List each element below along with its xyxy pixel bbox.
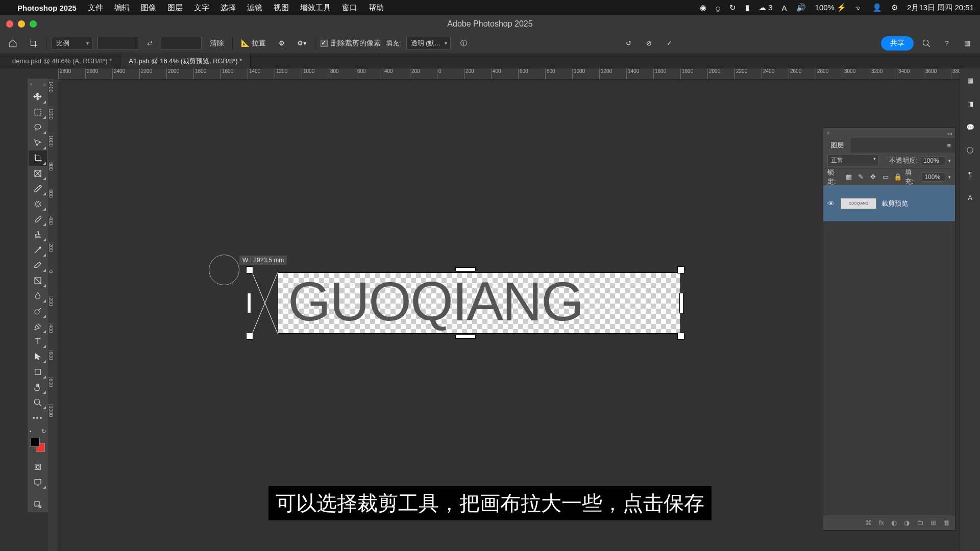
status-sync-icon[interactable]: ↻ xyxy=(729,3,736,12)
status-input-icon[interactable]: A xyxy=(782,4,787,12)
lock-transparency-icon[interactable]: ▦ xyxy=(845,173,853,181)
move-tool[interactable] xyxy=(29,89,47,105)
status-battery[interactable]: 100% ⚡ xyxy=(815,3,847,12)
layer-list[interactable]: 👁 GUOQIANG 裁剪预览 xyxy=(823,185,955,515)
crop-handle-br[interactable] xyxy=(677,333,684,340)
reset-crop-button[interactable]: ↺ xyxy=(621,36,636,51)
menu-file[interactable]: 文件 xyxy=(88,3,103,13)
link-layers-icon[interactable]: ⌘ xyxy=(865,519,872,527)
crop-tool[interactable] xyxy=(29,151,47,166)
panel-menu-icon[interactable]: ≡ xyxy=(943,142,955,149)
stamp-tool[interactable] xyxy=(29,227,47,242)
straighten-button[interactable]: 📐 拉直 xyxy=(238,39,269,48)
opacity-input[interactable]: 100% xyxy=(921,156,945,165)
marquee-tool[interactable] xyxy=(29,105,47,120)
crop-handle-tl[interactable] xyxy=(246,266,253,273)
crop-handle-tr[interactable] xyxy=(677,266,684,273)
panel-collapse-icon[interactable]: ◂◂ xyxy=(947,131,952,136)
eraser-tool[interactable] xyxy=(29,258,47,273)
layer-item[interactable]: 👁 GUOQIANG 裁剪预览 xyxy=(823,185,955,222)
commit-crop-button[interactable]: ✓ xyxy=(662,36,677,51)
fill-select[interactable]: 透明 (默... xyxy=(406,37,451,50)
toolbox-close-icon[interactable]: × xyxy=(30,82,33,87)
horizontal-ruler[interactable]: 2800260024002200200018001600140012001000… xyxy=(58,68,960,80)
fill-dropdown-icon[interactable]: ▾ xyxy=(948,174,951,180)
edit-toolbar-button[interactable]: ••• xyxy=(29,410,47,425)
menu-image[interactable]: 图像 xyxy=(141,3,156,13)
crop-width-input[interactable] xyxy=(97,37,138,50)
lasso-tool[interactable] xyxy=(29,120,47,135)
crop-boundary[interactable]: W : 2923.5 mm xyxy=(250,270,681,336)
menu-layer[interactable]: 图层 xyxy=(167,3,183,13)
dodge-tool[interactable] xyxy=(29,304,47,319)
lock-artboard-icon[interactable]: ▭ xyxy=(881,173,890,181)
delete-layer-icon[interactable]: 🗑 xyxy=(943,519,950,527)
crop-height-input[interactable] xyxy=(161,37,202,50)
menu-view[interactable]: 视图 xyxy=(274,3,289,13)
screen-mode-button[interactable] xyxy=(29,474,47,490)
status-volume-icon[interactable]: 🔊 xyxy=(796,3,806,12)
quick-mask-button[interactable] xyxy=(29,459,47,474)
path-select-tool[interactable] xyxy=(29,349,47,364)
status-location-icon[interactable]: ⍜ xyxy=(716,4,720,12)
paragraph-panel-icon[interactable]: ¶ xyxy=(965,168,976,180)
fill-input[interactable]: 100% xyxy=(922,172,945,182)
export-button[interactable] xyxy=(29,497,47,512)
layer-mask-icon[interactable]: ◐ xyxy=(891,519,897,527)
frame-tool[interactable] xyxy=(29,166,47,181)
zoom-tool[interactable] xyxy=(29,395,47,410)
status-record-icon[interactable]: ◉ xyxy=(700,3,706,12)
foreground-color[interactable] xyxy=(31,438,40,447)
crop-handle-bl[interactable] xyxy=(246,333,253,340)
share-button[interactable]: 共享 xyxy=(881,36,914,51)
lock-pixels-icon[interactable]: ✎ xyxy=(857,173,865,181)
menu-window[interactable]: 窗口 xyxy=(342,3,357,13)
shape-tool[interactable] xyxy=(29,364,47,380)
panel-close-icon[interactable]: × xyxy=(826,130,830,137)
document-canvas[interactable]: GUOQIANG W : 2923.5 mm xyxy=(278,272,681,334)
menu-help[interactable]: 帮助 xyxy=(369,3,384,13)
gradient-tool[interactable] xyxy=(29,273,47,288)
properties-panel-icon[interactable]: ⓘ xyxy=(965,145,976,156)
menu-plugins[interactable]: 增效工具 xyxy=(300,3,331,13)
layer-thumbnail[interactable]: GUOQIANG xyxy=(841,198,876,209)
type-tool[interactable] xyxy=(29,334,47,349)
pen-tool[interactable] xyxy=(29,319,47,334)
history-brush-tool[interactable] xyxy=(29,242,47,258)
color-swatches[interactable] xyxy=(31,438,45,452)
crop-handle-lm[interactable] xyxy=(247,293,251,313)
menu-select[interactable]: 选择 xyxy=(220,3,236,13)
status-user-icon[interactable]: 👤 xyxy=(872,3,882,12)
comments-panel-icon[interactable]: 💬 xyxy=(965,121,976,133)
clear-button[interactable]: 清除 xyxy=(207,39,227,48)
layer-name[interactable]: 裁剪预览 xyxy=(881,199,908,208)
lock-all-icon[interactable]: 🔒 xyxy=(894,173,902,181)
crop-handle-tm[interactable] xyxy=(455,267,476,271)
swatches-panel-icon[interactable]: ◨ xyxy=(965,98,976,109)
status-datetime[interactable]: 2月13日 周四 20:51 xyxy=(907,3,974,13)
search-button[interactable] xyxy=(919,36,934,51)
color-panel-icon[interactable]: ▦ xyxy=(965,74,976,86)
app-menu[interactable]: Photoshop 2025 xyxy=(17,4,77,12)
blur-tool[interactable] xyxy=(29,288,47,304)
delete-cropped-checkbox[interactable]: 删除裁剪的像素 xyxy=(321,39,381,48)
new-layer-icon[interactable]: ⊞ xyxy=(930,519,936,527)
workspace-button[interactable]: ▦ xyxy=(960,36,975,51)
window-zoom-button[interactable] xyxy=(30,20,37,28)
layer-fx-icon[interactable]: fx xyxy=(879,519,884,527)
toolbox-expand-icon[interactable]: » xyxy=(43,82,46,87)
eyedropper-tool[interactable] xyxy=(29,181,47,196)
healing-tool[interactable] xyxy=(29,196,47,212)
opacity-dropdown-icon[interactable]: ▾ xyxy=(948,158,951,163)
window-close-button[interactable] xyxy=(6,20,13,28)
menu-edit[interactable]: 编辑 xyxy=(114,3,130,13)
crop-handle-rm[interactable] xyxy=(679,293,683,313)
layer-visibility-icon[interactable]: 👁 xyxy=(827,199,836,208)
vertical-ruler[interactable]: 1400120010008006004002000200400600800100… xyxy=(48,80,58,551)
swap-colors-icon[interactable]: ▪↻ xyxy=(28,428,48,435)
home-button[interactable] xyxy=(5,36,20,51)
doc-tab-0[interactable]: demo.psd @ 48.6% (A, RGB/8*) * xyxy=(4,54,120,68)
quick-select-tool[interactable] xyxy=(29,135,47,151)
swap-dimensions-button[interactable]: ⇄ xyxy=(143,37,156,49)
blend-mode-select[interactable]: 正常 xyxy=(827,155,878,166)
